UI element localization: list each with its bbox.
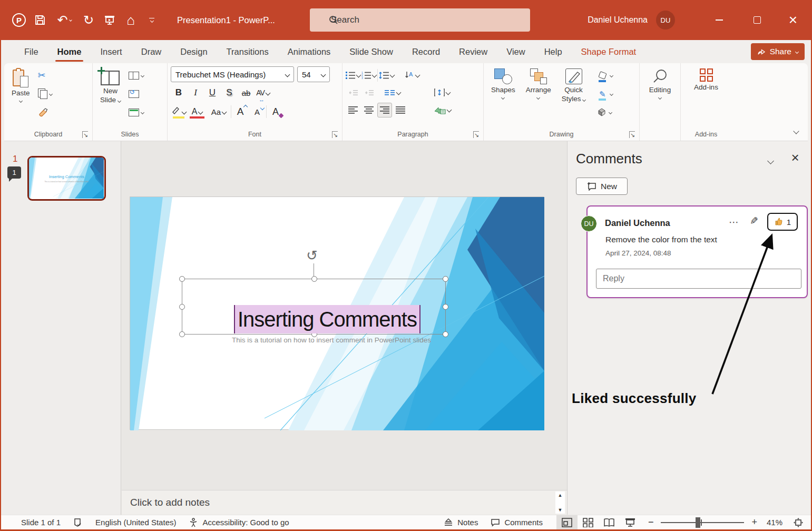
copy-button[interactable]: [36, 87, 54, 101]
powerpoint-logo-icon[interactable]: P: [8, 9, 30, 31]
collapse-ribbon-chevron-icon[interactable]: [793, 128, 799, 134]
decrease-indent-button[interactable]: [346, 85, 360, 100]
customize-quick-access-toolbar-button[interactable]: [141, 9, 162, 31]
fit-slide-to-window-button[interactable]: [788, 515, 809, 530]
handle-bottom-right[interactable]: [443, 331, 448, 337]
tab-transitions[interactable]: Transitions: [217, 40, 278, 63]
tab-shape-format[interactable]: Shape Format: [572, 40, 646, 63]
zoom-slider[interactable]: [661, 522, 744, 523]
font-color-button[interactable]: A: [188, 104, 207, 120]
bullets-button[interactable]: [346, 68, 360, 83]
text-direction-button[interactable]: A: [405, 68, 419, 83]
handle-top-right[interactable]: [443, 276, 448, 282]
close-window-button[interactable]: ×: [776, 0, 810, 40]
save-icon[interactable]: [30, 9, 51, 31]
zoom-level[interactable]: 41%: [759, 518, 782, 527]
tab-review[interactable]: Review: [449, 40, 497, 63]
tab-help[interactable]: Help: [535, 40, 572, 63]
cut-button[interactable]: ✂: [36, 68, 54, 82]
start-slideshow-button[interactable]: [99, 9, 120, 31]
search-input[interactable]: [331, 15, 489, 25]
format-painter-button[interactable]: [36, 105, 54, 119]
shape-outline-button[interactable]: ✎: [595, 87, 614, 101]
underline-button[interactable]: U: [204, 85, 220, 101]
font-size-combobox[interactable]: 54: [297, 66, 330, 82]
slide-layout-button[interactable]: [127, 68, 145, 82]
align-left-button[interactable]: [346, 103, 360, 117]
increase-font-size-button[interactable]: A: [232, 104, 248, 120]
tab-file[interactable]: File: [15, 40, 48, 63]
paragraph-dialog-launcher[interactable]: ↘: [473, 131, 479, 138]
slide-show-view-button[interactable]: [620, 515, 641, 530]
section-button[interactable]: [127, 105, 145, 119]
handle-mid-left[interactable]: [179, 304, 185, 310]
spellcheck-button[interactable]: [67, 515, 89, 530]
scroll-up-icon[interactable]: ▲: [558, 493, 563, 498]
comments-collapse-button[interactable]: [768, 156, 773, 165]
handle-mid-right[interactable]: [443, 304, 448, 310]
clear-formatting-button[interactable]: A: [268, 104, 283, 120]
zoom-slider-thumb[interactable]: [696, 517, 700, 528]
slide-title-highlight[interactable]: Inserting Comments: [234, 305, 420, 333]
increase-indent-button[interactable]: [361, 85, 376, 100]
comment-count-badge[interactable]: 1: [7, 166, 21, 179]
comments-toggle-button[interactable]: Comments: [484, 515, 549, 530]
notes-scrollbar[interactable]: ▲ ▼: [555, 491, 565, 514]
tab-draw[interactable]: Draw: [132, 40, 171, 63]
columns-button[interactable]: [385, 85, 400, 100]
align-right-button[interactable]: [377, 103, 392, 117]
slide-indicator[interactable]: Slide 1 of 1: [15, 515, 67, 530]
share-button[interactable]: Share: [751, 43, 805, 60]
search-box[interactable]: [310, 8, 530, 32]
convert-to-smartart-button[interactable]: [434, 103, 451, 117]
notes-placeholder[interactable]: Click to add notes: [130, 497, 210, 508]
font-dialog-launcher[interactable]: ↘: [332, 131, 338, 138]
slide-title[interactable]: Inserting Comments: [238, 308, 417, 331]
italic-button[interactable]: I: [188, 85, 203, 101]
slide-subtitle[interactable]: This is a tutorial on how to insert comm…: [220, 336, 443, 344]
tab-view[interactable]: View: [497, 40, 534, 63]
paste-button[interactable]: Paste: [7, 66, 34, 104]
comments-close-button[interactable]: ×: [787, 150, 804, 166]
tab-insert[interactable]: Insert: [91, 40, 131, 63]
drawing-dialog-launcher[interactable]: ↘: [629, 131, 635, 138]
numbering-button[interactable]: 123: [361, 68, 376, 83]
handle-top-left[interactable]: [179, 276, 185, 282]
comment-card[interactable]: DU Daniel Uchenna ⋯ ✎ 1 Remove the color…: [586, 205, 808, 298]
notes-toggle-button[interactable]: Notes: [437, 515, 484, 530]
slide-canvas[interactable]: ↻ Inserting Comments This is a tutorial …: [130, 196, 544, 430]
user-avatar[interactable]: DU: [656, 11, 675, 30]
new-comment-button[interactable]: New: [576, 178, 628, 195]
redo-button[interactable]: ↻: [78, 9, 99, 31]
home-button[interactable]: ⌂: [120, 9, 141, 31]
maximize-button[interactable]: [740, 0, 774, 40]
arrange-button[interactable]: Arrange: [522, 66, 555, 101]
accessibility-button[interactable]: Accessibility: Good to go: [182, 515, 295, 530]
add-ins-button[interactable]: Add-ins: [690, 66, 722, 94]
account-area[interactable]: Daniel Uchenna DU: [588, 0, 675, 40]
highlight-color-button[interactable]: [171, 104, 187, 120]
reading-view-button[interactable]: [599, 515, 620, 530]
tab-record[interactable]: Record: [403, 40, 449, 63]
shape-effects-button[interactable]: [595, 105, 614, 119]
handle-top-center[interactable]: [311, 276, 317, 282]
slide-sorter-view-button[interactable]: [578, 515, 599, 530]
align-center-button[interactable]: [361, 103, 376, 117]
zoom-out-button[interactable]: −: [646, 517, 656, 528]
notes-pane[interactable]: Click to add notes ▲ ▼: [122, 490, 567, 515]
font-name-combobox[interactable]: Trebuchet MS (Headings): [171, 66, 294, 82]
comment-edit-button[interactable]: ✎: [750, 215, 758, 227]
comment-like-button[interactable]: 1: [767, 213, 798, 231]
align-text-button[interactable]: [434, 85, 450, 100]
comment-more-options-button[interactable]: ⋯: [729, 216, 740, 228]
clipboard-dialog-launcher[interactable]: ↘: [82, 131, 88, 138]
bold-button[interactable]: B: [171, 85, 187, 101]
quick-styles-button[interactable]: QuickStyles: [557, 66, 590, 106]
strikethrough-button[interactable]: ab: [238, 85, 254, 101]
handle-bottom-left[interactable]: [179, 331, 185, 337]
undo-button[interactable]: ↶: [51, 9, 78, 31]
reset-slide-button[interactable]: [127, 87, 145, 101]
rotate-handle-icon[interactable]: ↻: [306, 248, 318, 264]
tab-home[interactable]: Home: [48, 40, 91, 63]
scroll-down-icon[interactable]: ▼: [558, 507, 563, 513]
